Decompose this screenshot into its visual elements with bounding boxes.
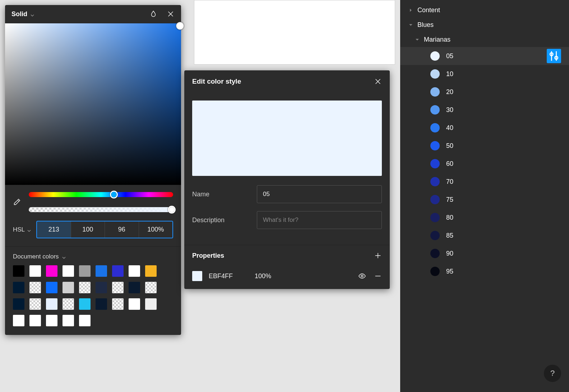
color-style-item[interactable]: 20 [400,83,569,101]
blend-mode-icon[interactable] [149,10,157,18]
document-swatch[interactable] [63,265,74,277]
add-property-icon[interactable] [374,252,382,260]
document-swatch[interactable] [46,282,57,293]
color-style-label: 50 [446,142,453,150]
document-swatch[interactable] [46,315,57,326]
help-label: ? [550,369,555,378]
document-swatch[interactable] [96,298,107,310]
document-swatch[interactable] [96,282,107,293]
help-button[interactable]: ? [544,365,561,382]
adjust-style-icon[interactable] [547,49,561,63]
document-swatch[interactable] [112,298,124,310]
style-group[interactable]: Content [400,3,569,18]
document-swatch[interactable] [63,282,74,293]
saturation-input[interactable]: 100 [71,221,105,238]
chevron-icon [408,23,413,27]
hue-slider[interactable] [29,192,173,197]
document-swatch[interactable] [145,298,157,310]
color-style-item[interactable]: 90 [400,244,569,262]
document-swatch[interactable] [145,282,157,293]
document-swatch[interactable] [79,265,91,277]
document-swatch[interactable] [13,282,24,293]
document-swatch[interactable] [29,298,41,310]
color-model-dropdown[interactable]: HSL [13,226,31,233]
color-picker-header: Solid [5,5,181,23]
color-field[interactable] [5,23,181,185]
color-style-item[interactable]: 10 [400,65,569,83]
document-swatch[interactable] [96,265,107,277]
fill-mode-dropdown[interactable]: Solid [11,10,149,18]
styles-sidebar: ContentBluesMarianas05102030405060707580… [400,0,569,392]
fill-mode-label: Solid [11,10,27,18]
close-icon[interactable] [167,10,175,18]
color-style-item[interactable]: 60 [400,155,569,173]
chevron-icon [415,38,420,42]
color-style-item[interactable]: 75 [400,191,569,209]
edit-color-style-panel: Edit color style Name Description Proper… [184,70,390,289]
property-hex[interactable]: EBF4FF [209,272,248,280]
document-swatch[interactable] [13,315,24,326]
document-swatch[interactable] [79,315,91,326]
document-swatch[interactable] [129,298,140,310]
property-row[interactable]: EBF4FF 100% [184,266,390,289]
document-swatch[interactable] [145,265,157,277]
document-swatch[interactable] [129,265,140,277]
document-swatch[interactable] [29,315,41,326]
color-style-item[interactable]: 70 [400,173,569,191]
alpha-input[interactable]: 100% [139,221,172,238]
edit-panel-title: Edit color style [192,78,374,85]
color-style-label: 95 [446,268,453,275]
color-style-item[interactable]: 50 [400,137,569,155]
close-icon[interactable] [374,78,382,85]
color-style-label: 90 [446,250,453,257]
color-style-label: 75 [446,196,453,204]
color-style-item[interactable]: 80 [400,209,569,227]
style-subgroup[interactable]: Marianas [400,32,569,47]
color-dot [430,249,440,258]
color-style-item[interactable]: 05 [400,47,569,65]
property-swatch[interactable] [192,271,202,281]
hue-handle[interactable] [110,191,118,199]
lightness-input[interactable]: 96 [105,221,139,238]
eyedropper-icon[interactable] [13,198,21,206]
description-input[interactable] [257,211,382,229]
group-label: Blues [417,21,434,29]
document-swatch[interactable] [46,298,57,310]
document-swatch[interactable] [112,282,124,293]
document-swatch[interactable] [112,265,124,277]
color-style-item[interactable]: 95 [400,262,569,280]
alpha-handle[interactable] [168,206,176,214]
document-swatch[interactable] [79,298,91,310]
color-style-item[interactable]: 40 [400,119,569,137]
remove-property-icon[interactable] [374,272,382,280]
color-style-item[interactable]: 85 [400,227,569,244]
alpha-slider[interactable] [29,207,173,212]
document-swatch[interactable] [63,315,74,326]
color-style-item[interactable]: 30 [400,101,569,119]
document-swatch[interactable] [13,265,24,277]
document-swatch[interactable] [129,282,140,293]
document-swatch-grid [13,265,173,326]
color-dot [430,231,440,240]
color-picker-panel: Solid [5,5,181,335]
name-input[interactable] [257,185,382,203]
document-colors-dropdown[interactable]: Document colors [13,253,173,260]
visibility-icon[interactable] [358,272,366,280]
group-label: Content [417,6,440,14]
color-dot [430,195,440,204]
color-field-handle[interactable] [176,22,184,30]
document-swatch[interactable] [13,298,24,310]
chevron-down-icon [30,12,34,16]
document-swatch[interactable] [79,282,91,293]
document-swatch[interactable] [46,265,57,277]
property-opacity[interactable]: 100% [255,272,352,280]
style-group[interactable]: Blues [400,18,569,32]
document-swatch[interactable] [29,282,41,293]
description-label: Description [192,216,257,224]
chevron-icon [408,8,413,12]
hue-input[interactable]: 213 [37,221,71,238]
chevron-down-icon [27,228,31,232]
document-swatch[interactable] [29,265,41,277]
chevron-down-icon [62,255,66,259]
document-swatch[interactable] [63,298,74,310]
